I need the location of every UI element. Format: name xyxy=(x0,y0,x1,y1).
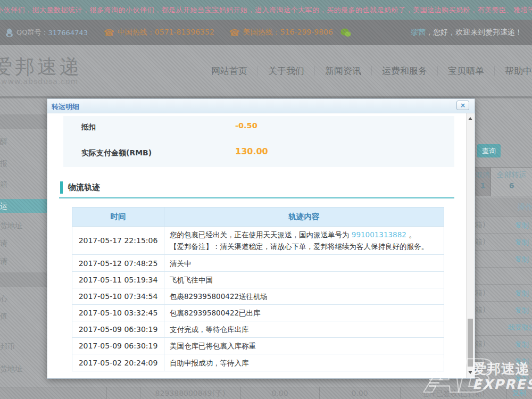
col-time: 时间 xyxy=(72,207,164,227)
copy-link[interactable]: 复制 xyxy=(515,221,529,230)
us-hotline: 美国热线：516-299-9806 xyxy=(243,28,333,37)
track-time: 2017-05-12 07:48:25 xyxy=(72,255,164,272)
actual-payment-value: 130.00 xyxy=(235,146,268,156)
tab-all-transfers[interactable]: 全部转运 6 xyxy=(491,168,532,196)
track-time: 2017-05-11 05:19:34 xyxy=(72,272,164,288)
bg-table-row: 复制 xyxy=(475,369,532,386)
transfer-detail-dialog: 转运明细 × 抵扣 -0.50 实际支付金额(RMB) 130.00 物流轨迹 … xyxy=(47,98,475,379)
sidebar-section-band xyxy=(0,272,47,287)
track-content: 包裹829395800422送往机场 xyxy=(164,288,444,305)
cn-hotline: 中国热线：0571-81396352 xyxy=(118,28,214,37)
nav-fees[interactable]: 运费和服务 xyxy=(372,65,437,77)
deduction-value: -0.50 xyxy=(235,121,257,130)
dialog-title: 转运明细 xyxy=(52,102,79,112)
copy-link[interactable]: 复制 xyxy=(515,238,529,247)
track-time: 2017-05-17 22:15:06 xyxy=(72,227,164,255)
sidebar-item[interactable]: 值 xyxy=(0,312,7,321)
sidebar-item[interactable]: 请 xyxy=(0,239,7,248)
cancel-request-link[interactable]: 我要取消 xyxy=(508,323,532,332)
scroll-up-icon[interactable] xyxy=(468,117,472,120)
copy-link[interactable]: 复制 xyxy=(515,340,529,350)
close-icon[interactable]: × xyxy=(456,101,469,110)
dialog-scrollbar[interactable] xyxy=(466,113,474,378)
actual-payment-label: 实际支付金额(RMB) xyxy=(81,148,152,158)
track-content: 美国仓库已将包裹入库称重 xyxy=(164,338,444,354)
wechat-icon[interactable] xyxy=(340,28,351,37)
username-link[interactable]: 缪茜 xyxy=(411,28,426,37)
bg-table-row: 箱) 复制 xyxy=(475,284,532,302)
dialog-titlebar[interactable]: 转运明细 × xyxy=(47,99,475,113)
scroll-down-icon[interactable] xyxy=(468,371,472,374)
tracking-number-cell: 829388000849(子) xyxy=(140,387,240,399)
copy-link[interactable]: 复制 xyxy=(515,357,529,367)
table-row: 2017-05-02 20:24:09 自助申报成功，等待入库 xyxy=(72,354,444,371)
bg-table-row: 箱) 复制 xyxy=(475,233,532,251)
track-time: 2017-05-02 20:24:09 xyxy=(72,354,164,371)
track-content: 自助申报成功，等待入库 xyxy=(164,354,444,371)
bg-table-row: 箱) 复制 xyxy=(475,301,532,319)
announcement-text: 小伙伴们，据大量数据统计，很多海淘的小伙伴们，都是从开始当宝宝妈妈开始，进入海淘… xyxy=(0,0,532,20)
copy-link[interactable]: 复制 xyxy=(515,306,529,315)
scrollbar-thumb[interactable] xyxy=(468,319,473,367)
query-button[interactable]: 查询 xyxy=(477,144,501,157)
welcome-text: ，您好，欢迎来到爱邦速递！ xyxy=(426,28,522,37)
sidebar-item[interactable]: 醒 xyxy=(0,137,7,147)
col-track-content: 轨迹内容 xyxy=(164,207,444,227)
deduction-label: 抵扣 xyxy=(81,122,96,132)
table-row: 2017-05-09 06:30:19 美国仓库已将包裹入库称重 xyxy=(72,338,444,354)
sidebar-item[interactable]: 心 xyxy=(0,294,7,304)
payment-summary-box: 抵扣 -0.50 实际支付金额(RMB) 130.00 xyxy=(63,116,454,167)
qq-icon xyxy=(5,28,13,37)
copy-link[interactable]: 复制 xyxy=(515,374,529,384)
sidebar-item[interactable]: 箱 xyxy=(0,180,7,189)
tab-cancelled-count: 1 xyxy=(475,181,491,190)
table-header-row: 时间 轨迹内容 xyxy=(72,207,444,227)
table-row: 2017-05-12 07:48:25 清关中 xyxy=(72,255,444,272)
bg-table-row: 箱) 复制 xyxy=(475,216,532,234)
phone-icon: ☎ xyxy=(229,28,240,38)
bg-table-row: 箱) 复制 xyxy=(475,335,532,353)
bg-bottom-row: 829388000849(子) 0.00 0.00 仓库已签收(已合箱) 复制 xyxy=(0,387,532,399)
bg-table-row: 复制 xyxy=(475,250,532,268)
sidebar-item[interactable]: 货地址 xyxy=(0,364,22,374)
tab-cancelled[interactable]: 取消 1 xyxy=(475,168,491,196)
track-content: 清关中 xyxy=(164,255,444,272)
nav-news[interactable]: 新闻资讯 xyxy=(315,65,371,77)
table-row: 2017-05-11 05:19:34 飞机飞往中国 xyxy=(72,272,444,288)
nav-home[interactable]: 网站首页 xyxy=(201,65,257,77)
sidebar-item[interactable]: 报 xyxy=(0,159,7,169)
track-content: 支付完成，等待仓库出库 xyxy=(164,321,444,338)
section-underline xyxy=(59,197,454,198)
section-accent-bar xyxy=(60,181,63,194)
table-row: 2017-05-09 06:30:19 支付完成，等待仓库出库 xyxy=(72,321,444,338)
sidebar-item[interactable]: 货地址 xyxy=(0,221,22,231)
tab-all-count: 6 xyxy=(491,181,532,190)
table-row: 2017-05-10 07:34:54 包裹829395800422送往机场 xyxy=(72,288,444,305)
track-time: 2017-05-10 03:32:45 xyxy=(72,305,164,321)
domestic-tracking-link[interactable]: 991001313882 xyxy=(352,230,406,239)
site-logo[interactable]: 爱邦速递 xyxy=(0,54,82,80)
nav-help[interactable]: 帮助中心 xyxy=(495,65,532,77)
qq-group-label: QQ群号： xyxy=(16,28,48,37)
tracking-table: 时间 轨迹内容 2017-05-17 22:15:06 您的包裹已经出关，正在使… xyxy=(72,207,444,371)
nav-about[interactable]: 关于我们 xyxy=(258,65,314,77)
main-nav: 网站首页 关于我们 新闻资讯 运费和服务 宝贝晒单 帮助中心 xyxy=(201,45,532,96)
track-time: 2017-05-09 06:30:19 xyxy=(72,338,164,354)
sidebar-item-active[interactable]: 运 xyxy=(0,202,7,211)
track-content: 飞机飞往中国 xyxy=(164,272,444,288)
sidebar-section-band xyxy=(0,114,47,129)
transfer-tabs: 取消 1 全部转运 6 xyxy=(475,167,532,196)
site-header: 爱邦速递 www.absdusa.com 网站首页 关于我们 新闻资讯 运费和服… xyxy=(0,45,532,96)
copy-link[interactable]: 复制 xyxy=(515,289,529,298)
sidebar-item[interactable]: 请 xyxy=(0,257,7,267)
contact-bar: QQ群号： 317664743 ☎ 中国热线：0571-81396352 ☎ 美… xyxy=(0,20,532,45)
operations-column-header: 操作 xyxy=(475,198,532,217)
logistics-track-title: 物流轨迹 xyxy=(68,182,100,193)
nav-shares[interactable]: 宝贝晒单 xyxy=(438,65,494,77)
track-time: 2017-05-09 06:30:19 xyxy=(72,321,164,338)
copy-link[interactable]: 复制 xyxy=(515,255,529,264)
site-url: www.absdusa.com xyxy=(1,77,78,86)
sidebar-item[interactable]: 邦币 xyxy=(0,342,15,352)
watermark-speed-lines xyxy=(429,379,443,387)
copy-link[interactable]: 复制 xyxy=(506,387,532,399)
